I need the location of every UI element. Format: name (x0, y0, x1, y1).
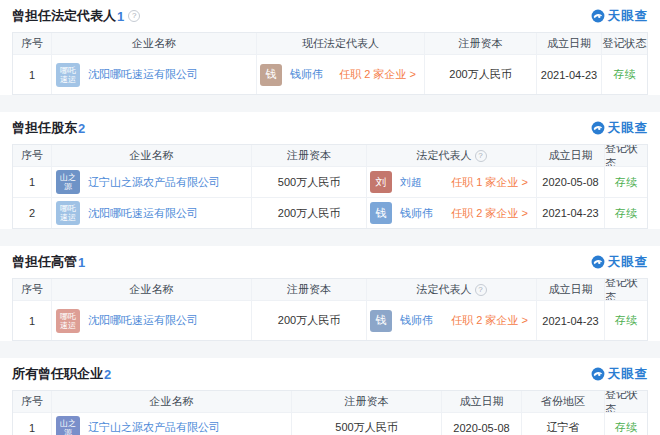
section-header: 所有曾任职企业2 天眼查 (12, 363, 648, 385)
section-title: 所有曾任职企业2 (12, 365, 111, 383)
executive-table: 序号 企业名称 注册资本 法定代表人 ? 成立日期 登记状态 1 哪吒速运 沈阳… (12, 278, 648, 341)
tianyancha-watermark: 天眼查 (591, 254, 649, 271)
section-title-text: 曾担任股东 (12, 119, 77, 137)
positions-count-link[interactable]: 任职 2 家企业 > (451, 313, 532, 328)
section-count: 2 (78, 121, 85, 136)
section-title-text: 曾担任高管 (12, 253, 77, 271)
table-header-row: 序号 企业名称 注册资本 法定代表人 ? 成立日期 登记状态 (13, 145, 647, 166)
tianyancha-watermark: 天眼查 (591, 8, 649, 25)
help-icon[interactable]: ? (475, 284, 487, 296)
company-avatar: 哪吒速运 (56, 63, 80, 87)
status-badge: 存续 (601, 55, 647, 94)
tianyancha-logo-text: 天眼查 (608, 8, 649, 25)
company-avatar: 山之源 (56, 170, 80, 194)
table-row: 1 哪吒速运 沈阳哪吒速运有限公司 钱 钱师伟 任职 2 家企业 > 200万人… (13, 54, 647, 94)
company-cell: 哪吒速运 沈阳哪吒速运有限公司 (51, 301, 251, 340)
help-icon[interactable]: ? (475, 150, 487, 162)
col-header-date: 成立日期 (536, 145, 604, 166)
col-header-status: 登记状态 (601, 33, 647, 54)
date-cell: 2020-05-08 (441, 413, 521, 435)
person-link[interactable]: 刘超 (400, 175, 422, 190)
company-link[interactable]: 辽宁山之源农产品有限公司 (88, 175, 220, 190)
status-badge: 存续 (604, 413, 647, 435)
col-header-company: 企业名称 (51, 145, 251, 166)
col-header-capital: 注册资本 (251, 279, 366, 300)
status-badge: 存续 (604, 301, 647, 340)
tianyancha-logo-text: 天眼查 (608, 366, 649, 383)
section-former-shareholder: 曾担任股东2 天眼查 序号 企业名称 注册资本 法定代表人 ? 成立日期 登记状… (0, 112, 660, 229)
section-title: 曾担任法定代表人1 ? (12, 7, 140, 25)
date-cell: 2020-05-08 (536, 167, 604, 197)
col-header-status: 登记状态 (604, 145, 647, 166)
section-title: 曾担任高管1 (12, 253, 85, 271)
capital-cell: 200万人民币 (251, 198, 366, 228)
col-header-serial: 序号 (13, 279, 51, 300)
tianyancha-watermark: 天眼查 (591, 120, 649, 137)
company-link[interactable]: 沈阳哪吒速运有限公司 (88, 67, 198, 82)
col-header-legal-rep-label: 法定代表人 (417, 282, 472, 297)
tianyancha-watermark: 天眼查 (591, 366, 649, 383)
col-header-company: 企业名称 (51, 391, 291, 412)
col-header-capital: 注册资本 (291, 391, 441, 412)
col-header-current-legal-rep: 现任法定代表人 (256, 33, 424, 54)
person-link[interactable]: 钱师伟 (400, 206, 433, 221)
section-count: 1 (117, 9, 124, 24)
serial-cell: 1 (13, 413, 51, 435)
col-header-date: 成立日期 (536, 279, 604, 300)
date-cell: 2021-04-23 (536, 301, 604, 340)
section-header: 曾担任高管1 天眼查 (12, 251, 648, 273)
section-count: 2 (104, 367, 111, 382)
serial-cell: 1 (13, 55, 51, 94)
col-header-company: 企业名称 (51, 33, 256, 54)
section-header: 曾担任法定代表人1 ? 天眼查 (12, 5, 648, 27)
company-link[interactable]: 沈阳哪吒速运有限公司 (88, 313, 198, 328)
person-link[interactable]: 钱师伟 (290, 67, 323, 82)
col-header-serial: 序号 (13, 145, 51, 166)
person-link[interactable]: 钱师伟 (400, 313, 433, 328)
company-avatar: 哪吒速运 (56, 309, 80, 333)
table-header-row: 序号 企业名称 现任法定代表人 注册资本 成立日期 登记状态 (13, 33, 647, 54)
legal-rep-cell: 钱 钱师伟 任职 2 家企业 > (256, 55, 424, 94)
section-former-legal-representative: 曾担任法定代表人1 ? 天眼查 序号 企业名称 现任法定代表人 注册资本 成立日… (0, 0, 660, 95)
section-former-executive: 曾担任高管1 天眼查 序号 企业名称 注册资本 法定代表人 ? 成立日期 登记状… (0, 246, 660, 341)
col-header-capital: 注册资本 (251, 145, 366, 166)
company-cell: 山之源 辽宁山之源农产品有限公司 (51, 413, 291, 435)
status-badge: 存续 (604, 198, 647, 228)
company-link[interactable]: 辽宁山之源农产品有限公司 (88, 420, 220, 435)
table-row: 1 山之源 辽宁山之源农产品有限公司 500万人民币 2020-05-08 辽宁… (13, 412, 647, 435)
company-cell: 哪吒速运 沈阳哪吒速运有限公司 (51, 55, 256, 94)
col-header-legal-rep-label: 法定代表人 (417, 148, 472, 163)
capital-cell: 500万人民币 (291, 413, 441, 435)
col-header-status: 登记状态 (604, 391, 647, 412)
col-header-capital: 注册资本 (424, 33, 536, 54)
positions-count-link[interactable]: 任职 2 家企业 > (451, 206, 532, 221)
section-all-former-companies: 所有曾任职企业2 天眼查 序号 企业名称 注册资本 成立日期 省份地区 登记状态… (0, 358, 660, 435)
person-avatar: 钱 (260, 64, 282, 86)
tianyancha-eye-icon (591, 255, 605, 269)
company-link[interactable]: 沈阳哪吒速运有限公司 (88, 206, 198, 221)
tianyancha-eye-icon (591, 9, 605, 23)
company-avatar: 山之源 (56, 416, 80, 435)
date-cell: 2021-04-23 (536, 198, 604, 228)
all-companies-table: 序号 企业名称 注册资本 成立日期 省份地区 登记状态 1 山之源 辽宁山之源农… (12, 390, 648, 435)
table-row: 1 山之源 辽宁山之源农产品有限公司 500万人民币 刘 刘超 任职 1 家企业… (13, 166, 647, 197)
col-header-province: 省份地区 (521, 391, 604, 412)
capital-cell: 500万人民币 (251, 167, 366, 197)
help-icon[interactable]: ? (128, 10, 140, 22)
table-row: 2 哪吒速运 沈阳哪吒速运有限公司 200万人民币 钱 钱师伟 任职 2 家企业… (13, 197, 647, 228)
province-cell: 辽宁省 (521, 413, 604, 435)
person-avatar: 钱 (370, 202, 392, 224)
tianyancha-eye-icon (591, 121, 605, 135)
tianyancha-eye-icon (591, 367, 605, 381)
section-title-text: 所有曾任职企业 (12, 365, 103, 383)
capital-cell: 200万人民币 (424, 55, 536, 94)
positions-count-link[interactable]: 任职 2 家企业 > (339, 67, 420, 82)
legal-rep-cell: 钱 钱师伟 任职 2 家企业 > (366, 198, 536, 228)
col-header-date: 成立日期 (441, 391, 521, 412)
serial-cell: 2 (13, 198, 51, 228)
col-header-serial: 序号 (13, 33, 51, 54)
capital-cell: 200万人民币 (251, 301, 366, 340)
legal-rep-cell: 刘 刘超 任职 1 家企业 > (366, 167, 536, 197)
table-header-row: 序号 企业名称 注册资本 成立日期 省份地区 登记状态 (13, 391, 647, 412)
positions-count-link[interactable]: 任职 1 家企业 > (451, 175, 532, 190)
